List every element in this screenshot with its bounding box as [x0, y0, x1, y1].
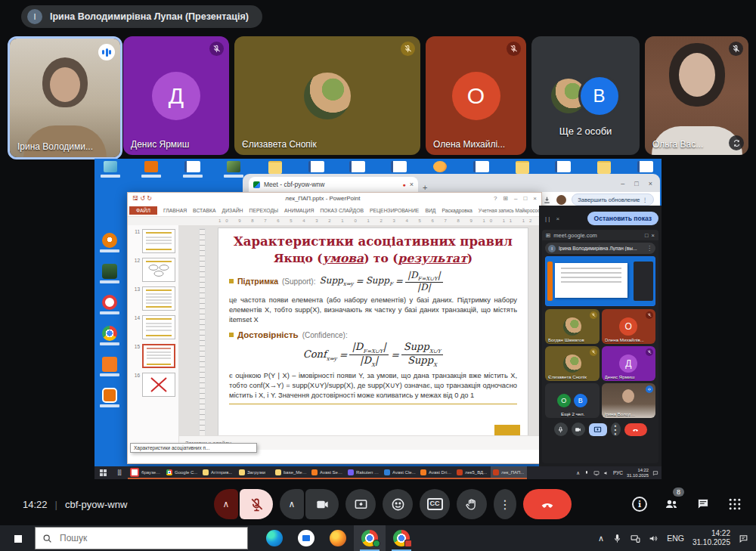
- mic-off-icon: [209, 42, 224, 56]
- raise-hand-button[interactable]: [457, 489, 487, 519]
- taskbar-clock[interactable]: 14:2231.10.2025: [692, 529, 730, 547]
- avatar: О: [557, 394, 571, 407]
- slide-thumbnail-selected: 15: [131, 344, 177, 368]
- captions-button[interactable]: CC: [420, 489, 450, 519]
- dots-icon: ⋮: [643, 197, 649, 203]
- close-icon: ×: [652, 232, 655, 239]
- presenter-banner[interactable]: І Ірина Володимирівна Лупан (Презентація…: [21, 5, 262, 28]
- more-options-icon: ⋮: [611, 423, 621, 436]
- meet-side-buttons: i 8: [632, 497, 742, 512]
- pip-tile: Богдан Шаматов: [545, 309, 600, 344]
- taskbar-app: Google C...: [164, 466, 200, 479]
- avatar: Д: [152, 72, 200, 120]
- ppt-slide-area: Характеристики асоціативних правил Якщо …: [179, 225, 541, 450]
- mic-off-icon: [729, 42, 743, 56]
- stop-presenting-button: Остановить показ: [587, 212, 658, 225]
- ppt-tab: Раскадровка: [442, 208, 472, 213]
- camera-options-chevron[interactable]: ∧: [280, 489, 304, 519]
- participants-button[interactable]: 8: [664, 497, 679, 512]
- language-indicator: РУС: [613, 470, 623, 475]
- avatar-photo: [304, 73, 351, 119]
- help-icon: ?: [494, 195, 497, 202]
- ppt-tab: ПЕРЕХОДЫ: [249, 208, 279, 213]
- present-button[interactable]: [345, 489, 376, 519]
- desktop-icon: [97, 295, 122, 314]
- ppt-tab: АНИМАЦИЯ: [284, 208, 314, 213]
- taskbar-apps: [259, 525, 417, 551]
- support-bullet: Підтримка (Support): Suppx⇒y = SuppF = |…: [229, 271, 517, 293]
- video-tile-irina[interactable]: Ірина Володими...: [8, 36, 122, 159]
- camera-button[interactable]: [305, 489, 339, 519]
- powerpoint-window: 🖫 ↺ ↻ лек_ПАП.pptx - PowerPoint ? ⊞ – □ …: [127, 192, 542, 464]
- dots-icon: ⋮: [646, 245, 652, 252]
- taskbar-app-store[interactable]: [290, 525, 322, 551]
- volume-tray-icon[interactable]: [649, 534, 658, 543]
- language-indicator[interactable]: ENG: [667, 534, 684, 543]
- pip-tile: Д Денис Ярмиш: [602, 346, 656, 381]
- video-tile-yelyzaveta[interactable]: Єлизавета Снопік: [234, 36, 420, 155]
- video-tile-overflow[interactable]: В Ще 2 особи: [531, 36, 640, 155]
- taskbar-app: Avast Sec...: [309, 466, 345, 479]
- mic-icon: [554, 423, 568, 436]
- taskbar-app: Avast Cle...: [382, 466, 418, 479]
- presenter-meet-panel: | | × Остановить показ ⊞ meet.google.com…: [539, 206, 662, 466]
- speaking-indicator-icon: [98, 44, 115, 60]
- presenter-avatar: І: [27, 9, 42, 24]
- ppt-title: лек_ПАП.pptx - PowerPoint: [152, 195, 494, 202]
- taskbar-app-chrome[interactable]: [386, 525, 417, 551]
- mic-options-chevron[interactable]: ∧: [214, 489, 238, 519]
- pause-icon: | |: [545, 215, 550, 222]
- reactions-button[interactable]: [383, 489, 413, 519]
- avatar: Д: [619, 354, 637, 373]
- avatar-photo: [563, 354, 581, 373]
- network-tray-icon[interactable]: [631, 534, 640, 543]
- broken-image-x-icon: [146, 376, 172, 393]
- mic-mute-button[interactable]: [240, 489, 273, 519]
- flip-camera-icon[interactable]: [729, 135, 744, 150]
- video-tile-denys[interactable]: Д Денис Ярмиш: [123, 36, 229, 155]
- windows-taskbar: ∧ ENG 14:2231.10.2025: [0, 525, 756, 551]
- avatar: О: [619, 317, 637, 336]
- chat-button[interactable]: [696, 497, 711, 512]
- pip-tile: Єлизавета Снопік: [545, 346, 600, 381]
- taskbar-app-firefox[interactable]: [322, 525, 354, 551]
- start-button[interactable]: [0, 525, 35, 551]
- taskbar-app: лек5_ВД...: [454, 466, 491, 479]
- action-center-icon[interactable]: [739, 534, 748, 543]
- activities-button[interactable]: [727, 497, 742, 512]
- ppt-tab: ПОКАЗ СЛАЙДОВ: [320, 208, 364, 213]
- leave-call-button[interactable]: [523, 489, 572, 519]
- clock: 14:22: [23, 499, 48, 510]
- mic-tray-icon[interactable]: [612, 534, 622, 543]
- mic-off-icon: [590, 311, 597, 319]
- ppt-tab: ГЛАВНАЯ: [163, 208, 187, 213]
- video-tile-olha[interactable]: Ольга Вас...: [645, 36, 748, 155]
- participant-name: Олена Михайлі...: [433, 139, 505, 150]
- taskbar-app: браузер...: [128, 466, 164, 479]
- video-tile-olena[interactable]: О Олена Михайлі...: [426, 36, 526, 155]
- camera-button-group: ∧: [280, 489, 339, 519]
- taskbar-app-active: лек_ПАП...: [491, 466, 527, 479]
- meeting-details-button[interactable]: i: [632, 497, 647, 512]
- confidence-bullet: Достовірність (Confidence):: [229, 330, 517, 339]
- close-icon: ×: [556, 215, 559, 222]
- confidence-formula: Confx⇒y = |DF=X∪Y| |DX| = SuppX∪Y SuppX: [229, 342, 517, 368]
- thumbnail-tooltip: Характеристики асоціативних п...: [130, 443, 257, 453]
- slide-divider: [229, 404, 517, 404]
- avatar: В: [574, 394, 587, 407]
- taskbar-app-edge[interactable]: [259, 525, 290, 551]
- present-icon: [589, 423, 607, 436]
- firefox-icon: [330, 530, 346, 546]
- new-tab-icon: +: [423, 183, 427, 192]
- taskbar-app-chrome-active[interactable]: [354, 525, 386, 551]
- taskbar-search[interactable]: [35, 527, 248, 549]
- participant-name: Денис Ярмиш: [131, 139, 189, 150]
- meet-favicon: [253, 181, 260, 188]
- tray-chevron-icon: ∧: [576, 470, 580, 476]
- meeting-code: cbf-pyow-wnw: [65, 499, 127, 510]
- screen-share-content: Meet - cbf-pyow-wnw ● × + – □ × Завершит…: [94, 159, 662, 479]
- search-input[interactable]: [58, 532, 240, 544]
- more-options-button[interactable]: ⋮: [494, 489, 516, 519]
- tray-expand-icon[interactable]: ∧: [598, 534, 604, 543]
- shared-desktop-icons-left: [97, 233, 122, 407]
